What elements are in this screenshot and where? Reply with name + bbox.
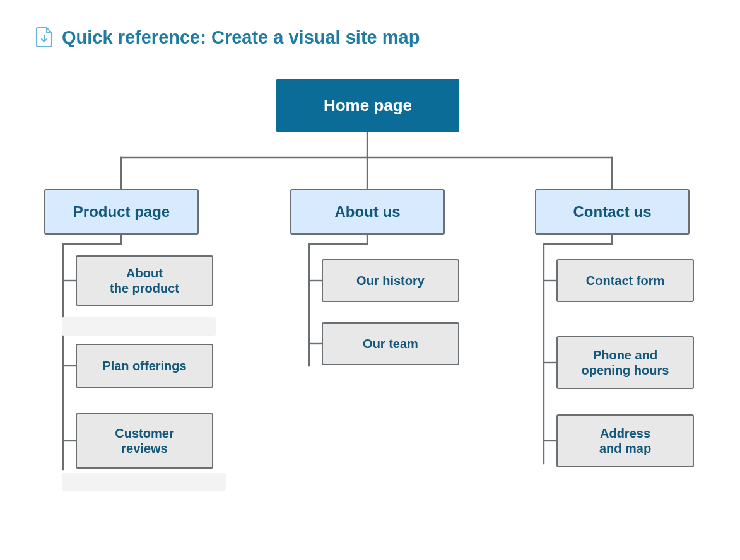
node-about-the-product: About the product <box>76 255 213 306</box>
node-address-and-map: Address and map <box>556 414 694 467</box>
download-file-icon <box>35 26 53 48</box>
node-about-us: About us <box>290 189 445 235</box>
node-shadow <box>62 317 216 336</box>
page-header: Quick reference: Create a visual site ma… <box>35 26 420 48</box>
node-shadow <box>62 473 226 491</box>
node-home-page: Home page <box>276 79 459 132</box>
node-contact-form: Contact form <box>556 259 694 302</box>
page-title: Quick reference: Create a visual site ma… <box>62 27 420 48</box>
node-customer-reviews: Customer reviews <box>76 413 213 469</box>
node-our-history: Our history <box>322 259 459 302</box>
node-product-page: Product page <box>44 189 199 235</box>
node-contact-us: Contact us <box>535 189 690 235</box>
node-our-team: Our team <box>322 322 459 365</box>
node-phone-opening-hours: Phone and opening hours <box>556 336 694 389</box>
node-plan-offerings: Plan offerings <box>76 344 213 388</box>
page: Quick reference: Create a visual site ma… <box>0 0 740 560</box>
sitemap-diagram: Home page Product page About us Contact … <box>0 54 740 533</box>
